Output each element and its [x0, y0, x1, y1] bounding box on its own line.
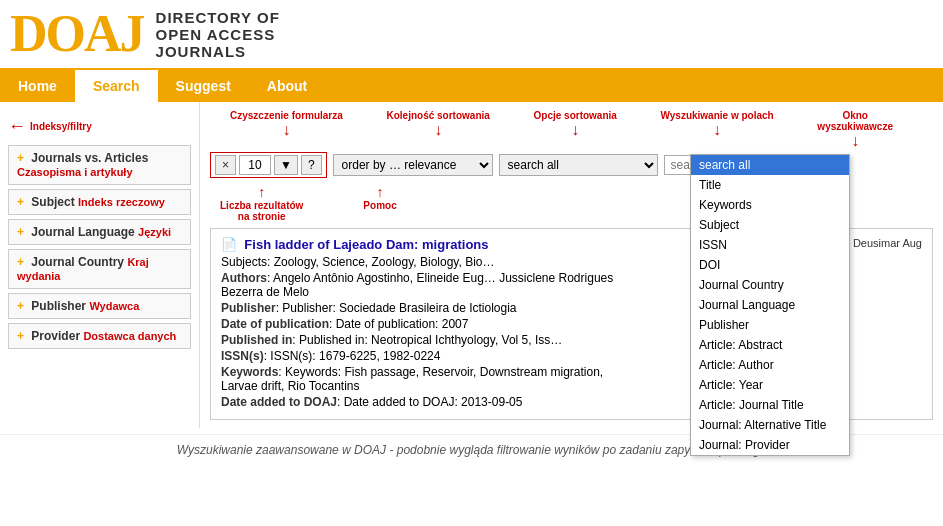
plus-icon: + — [17, 195, 24, 209]
result-keywords: Keywords: Keywords: Fish passage, Reserv… — [221, 365, 642, 393]
help-button[interactable]: ? — [301, 155, 322, 175]
dropdown-item-publisher[interactable]: Publisher — [691, 315, 849, 335]
dropdown-item-keywords[interactable]: Keywords — [691, 195, 849, 215]
sidebar-provider-label: Provider — [31, 329, 80, 343]
annot-search-window: Okno wyszukiwawcze — [817, 110, 893, 132]
sidebar-journals-label: Journals vs. Articles — [31, 151, 148, 165]
logo-text: DIRECTORY OF OPEN ACCESS JOURNALS — [156, 9, 280, 60]
sidebar-item-provider[interactable]: + Provider Dostawca danych — [8, 323, 191, 349]
annot-clear-form: Czyszczenie formularza — [230, 110, 343, 121]
nav-home[interactable]: Home — [0, 70, 75, 102]
dropdown-item-journal-language[interactable]: Journal Language — [691, 295, 849, 315]
result-pubdate: Date of publication: Date of publication… — [221, 317, 642, 331]
sidebar-publisher-sublabel: Wydawca — [89, 300, 139, 312]
plus-icon: + — [17, 255, 24, 269]
dropdown-item-issn[interactable]: ISSN — [691, 235, 849, 255]
plus-icon: + — [17, 299, 24, 313]
sidebar-language-label: Journal Language — [31, 225, 134, 239]
dropdown-item-article-journal-title[interactable]: Article: Journal Title — [691, 395, 849, 415]
dropdown-item-search-all[interactable]: search all — [691, 155, 849, 175]
content-area: Czyszczenie formularza ↓ Kolejność sorto… — [200, 102, 943, 428]
result-authors: Authors: Angelo Antônio Agostinho, Eline… — [221, 271, 642, 299]
sidebar-subject-label: Subject — [31, 195, 74, 209]
main-layout: ← Indeksy/filtry + Journals vs. Articles… — [0, 102, 943, 428]
result-published-in: Published in: Published in: Neotropical … — [221, 333, 642, 347]
sidebar-item-publisher[interactable]: + Publisher Wydawca — [8, 293, 191, 319]
dropdown-item-journal-country[interactable]: Journal Country — [691, 275, 849, 295]
dropdown-item-title[interactable]: Title — [691, 175, 849, 195]
result-subjects: Subjects: Zoology, Science, Zoology, Bio… — [221, 255, 642, 269]
annot-sort-order: Kolejność sortowania — [386, 110, 489, 121]
search-field-dropdown: search all Title Keywords Subject ISSN D… — [690, 154, 850, 456]
sidebar-journals-sublabel: Czasopisma i artykuły — [17, 166, 133, 178]
plus-icon: + — [17, 329, 24, 343]
sidebar-item-country[interactable]: + Journal Country Kraj wydania — [8, 249, 191, 289]
clear-button[interactable]: × — [215, 155, 236, 175]
sidebar-country-label: Journal Country — [31, 255, 124, 269]
plus-icon: + — [17, 225, 24, 239]
sidebar-provider-sublabel: Dostawca danych — [83, 330, 176, 342]
annot-search-fields: Wyszukiwanie w polach — [661, 110, 774, 121]
nav-suggest[interactable]: Suggest — [158, 70, 249, 102]
result-issn: ISSN(s): ISSN(s): 1679-6225, 1982-0224 — [221, 349, 642, 363]
nav-about[interactable]: About — [249, 70, 325, 102]
nav-search[interactable]: Search — [75, 70, 158, 102]
footer-text: Wyszukiwanie zaawansowane w DOAJ - podob… — [177, 443, 767, 457]
dropdown-item-article-year[interactable]: Article: Year — [691, 375, 849, 395]
dropdown-item-article-author[interactable]: Article: Author — [691, 355, 849, 375]
plus-icon: + — [17, 151, 24, 165]
document-icon: 📄 — [221, 237, 237, 252]
annot-results-per-page: Liczba rezultatów na stronie — [220, 200, 303, 222]
search-field-select[interactable]: search all Title Keywords Subject ISSN D… — [499, 154, 658, 176]
annot-sort-options: Opcje sortowania — [534, 110, 617, 121]
sidebar-item-journals[interactable]: + Journals vs. Articles Czasopisma i art… — [8, 145, 191, 185]
sidebar-language-sublabel: Języki — [138, 226, 171, 238]
sidebar: ← Indeksy/filtry + Journals vs. Articles… — [0, 102, 200, 428]
dropdown-item-subject[interactable]: Subject — [691, 215, 849, 235]
dropdown-item-doi[interactable]: DOI — [691, 255, 849, 275]
result-publisher: Publisher: Publisher: Sociedade Brasilei… — [221, 301, 642, 315]
result-date-added: Date added to DOAJ: Date added to DOAJ: … — [221, 395, 642, 409]
sidebar-item-language[interactable]: + Journal Language Języki — [8, 219, 191, 245]
logo-line2: OPEN ACCESS — [156, 26, 280, 43]
nav-bar: Home Search Suggest About — [0, 70, 943, 102]
results-per-page-input[interactable] — [239, 155, 271, 175]
sidebar-publisher-label: Publisher — [31, 299, 86, 313]
logo-letters: DOAJ — [10, 8, 144, 60]
order-by-select[interactable]: order by … relevance — [333, 154, 493, 176]
sidebar-filter-annotation: ← Indeksy/filtry — [0, 112, 199, 141]
dropdown-item-journal-provider[interactable]: Journal: Provider — [691, 435, 849, 455]
result-title[interactable]: Fish ladder of Lajeado Dam: migrations — [244, 237, 488, 252]
annot-help: Pomoc — [363, 200, 396, 211]
filter-annotation-label: Indeksy/filtry — [30, 121, 92, 132]
sidebar-item-subject[interactable]: + Subject Indeks rzeczowy — [8, 189, 191, 215]
logo-line1: DIRECTORY OF — [156, 9, 280, 26]
sidebar-subject-sublabel: Indeks rzeczowy — [78, 196, 165, 208]
logo-line3: JOURNALS — [156, 43, 280, 60]
header: DOAJ DIRECTORY OF OPEN ACCESS JOURNALS — [0, 0, 943, 70]
sort-arrow-button[interactable]: ▼ — [274, 155, 298, 175]
logo: DOAJ DIRECTORY OF OPEN ACCESS JOURNALS — [10, 8, 280, 60]
dropdown-item-journal-alt-title[interactable]: Journal: Alternative Title — [691, 415, 849, 435]
dropdown-item-article-abstract[interactable]: Article: Abstract — [691, 335, 849, 355]
